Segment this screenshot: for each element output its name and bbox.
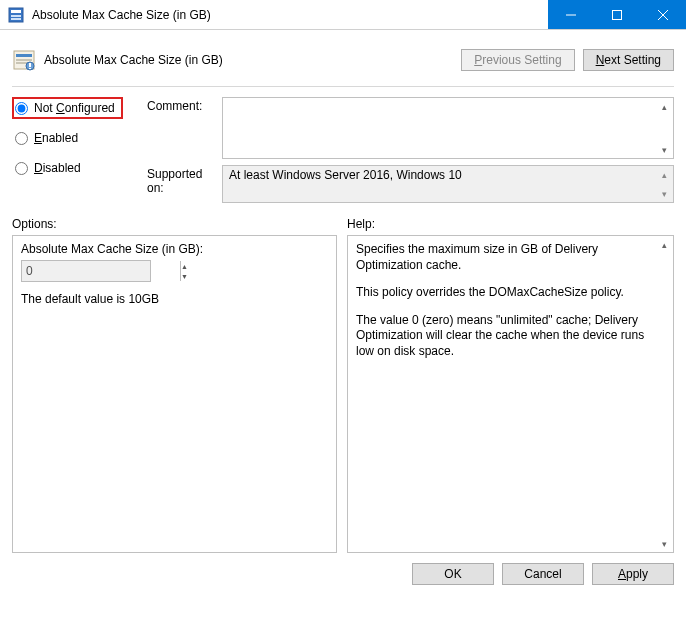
comment-textarea[interactable]: ▴ ▾: [222, 97, 674, 159]
spinner-up-icon[interactable]: ▲: [181, 261, 188, 271]
divider: [12, 86, 674, 87]
svg-rect-3: [11, 18, 21, 20]
svg-rect-9: [16, 54, 32, 57]
help-label: Help:: [347, 217, 674, 231]
help-paragraph: This policy overrides the DOMaxCacheSize…: [356, 285, 653, 301]
radio-enabled[interactable]: Enabled: [12, 127, 81, 149]
cancel-button[interactable]: Cancel: [502, 563, 584, 585]
scroll-down-icon[interactable]: ▾: [656, 141, 673, 158]
minimize-button[interactable]: [548, 0, 594, 29]
cache-size-input[interactable]: [22, 261, 180, 281]
close-button[interactable]: [640, 0, 686, 29]
apply-button[interactable]: Apply: [592, 563, 674, 585]
supported-on-box: At least Windows Server 2016, Windows 10…: [222, 165, 674, 203]
option-field-label: Absolute Max Cache Size (in GB):: [21, 242, 328, 256]
scroll-up-icon[interactable]: ▴: [656, 236, 673, 253]
app-icon: [8, 7, 24, 23]
next-setting-button[interactable]: Next Setting: [583, 49, 674, 71]
radio-enabled-input[interactable]: [15, 132, 28, 145]
svg-rect-1: [11, 10, 21, 13]
options-panel: Absolute Max Cache Size (in GB): ▲ ▼ The…: [12, 235, 337, 553]
scroll-up-icon: ▴: [656, 166, 673, 183]
svg-rect-5: [613, 10, 622, 19]
scroll-up-icon[interactable]: ▴: [656, 98, 673, 115]
radio-not-configured-label: Not Configured: [34, 101, 115, 115]
comment-label: Comment:: [147, 97, 222, 159]
radio-not-configured-input[interactable]: [15, 102, 28, 115]
maximize-button[interactable]: [594, 0, 640, 29]
spinner-down-icon[interactable]: ▼: [181, 271, 188, 281]
option-note: The default value is 10GB: [21, 292, 328, 306]
scroll-down-icon[interactable]: ▾: [656, 535, 673, 552]
previous-setting-button[interactable]: Previous Setting: [461, 49, 574, 71]
radio-disabled-input[interactable]: [15, 162, 28, 175]
ok-button[interactable]: OK: [412, 563, 494, 585]
window-title: Absolute Max Cache Size (in GB): [32, 8, 548, 22]
help-paragraph: Specifies the maximum size in GB of Deli…: [356, 242, 653, 273]
scroll-down-icon: ▾: [656, 185, 673, 202]
policy-title: Absolute Max Cache Size (in GB): [44, 53, 461, 67]
radio-not-configured[interactable]: Not Configured: [12, 97, 123, 119]
window-controls: [548, 0, 686, 29]
radio-disabled[interactable]: Disabled: [12, 157, 84, 179]
svg-rect-2: [11, 15, 21, 17]
cache-size-spinner[interactable]: ▲ ▼: [21, 260, 151, 282]
radio-disabled-label: Disabled: [34, 161, 81, 175]
policy-icon: [12, 48, 36, 72]
svg-rect-13: [29, 63, 31, 67]
supported-label: Supported on:: [147, 159, 222, 203]
options-label: Options:: [12, 217, 337, 231]
titlebar: Absolute Max Cache Size (in GB): [0, 0, 686, 30]
supported-on-text: At least Windows Server 2016, Windows 10: [229, 168, 462, 182]
svg-rect-10: [16, 59, 32, 61]
svg-rect-14: [29, 68, 31, 69]
radio-enabled-label: Enabled: [34, 131, 78, 145]
help-panel: Specifies the maximum size in GB of Deli…: [347, 235, 674, 553]
help-paragraph: The value 0 (zero) means "unlimited" cac…: [356, 313, 653, 360]
